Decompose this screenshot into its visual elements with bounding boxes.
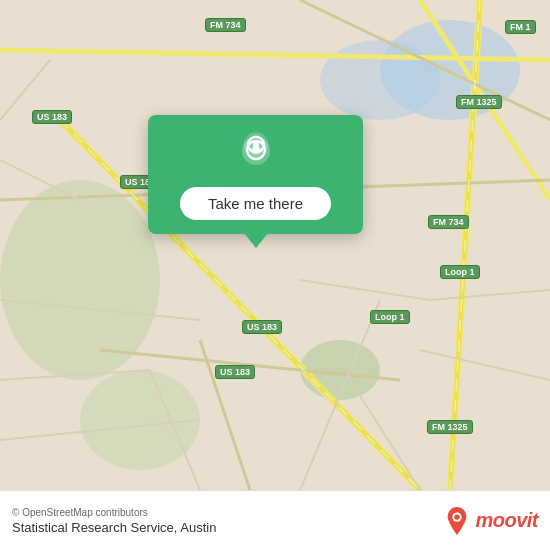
road-badge-us183-bottom: US 183 (215, 365, 255, 379)
map-svg (0, 0, 550, 490)
road-badge-loop1-mid: Loop 1 (370, 310, 410, 324)
road-badge-us183-left: US 183 (32, 110, 72, 124)
road-badge-fm734-right: FM 734 (428, 215, 469, 229)
bottom-bar: © OpenStreetMap contributors Statistical… (0, 490, 550, 550)
osm-credit: © OpenStreetMap contributors (12, 507, 216, 518)
road-badge-us183-low: US 183 (242, 320, 282, 334)
road-badge-loop1-top: Loop 1 (440, 265, 480, 279)
location-name: Statistical Research Service, Austin (12, 520, 216, 535)
road-badge-fm1-top: FM 1 (505, 20, 536, 34)
map-container: FM 734 FM 1 US 183 US 183 FM 1325 FM 734… (0, 0, 550, 490)
popup-card: Take me there (148, 115, 363, 234)
road-badge-fm1325-bottom: FM 1325 (427, 420, 473, 434)
svg-point-1 (0, 180, 160, 380)
moovit-logo: moovit (443, 507, 538, 535)
moovit-pin-icon (443, 507, 471, 535)
svg-point-2 (80, 370, 200, 470)
road-badge-fm734-top: FM 734 (205, 18, 246, 32)
bottom-left-info: © OpenStreetMap contributors Statistical… (12, 507, 216, 535)
road-badge-fm1325-top: FM 1325 (456, 95, 502, 109)
location-pin-overlay (234, 127, 278, 171)
moovit-text: moovit (475, 509, 538, 532)
take-me-there-button[interactable]: Take me there (180, 187, 331, 220)
svg-point-34 (252, 142, 258, 148)
svg-point-36 (455, 514, 460, 519)
